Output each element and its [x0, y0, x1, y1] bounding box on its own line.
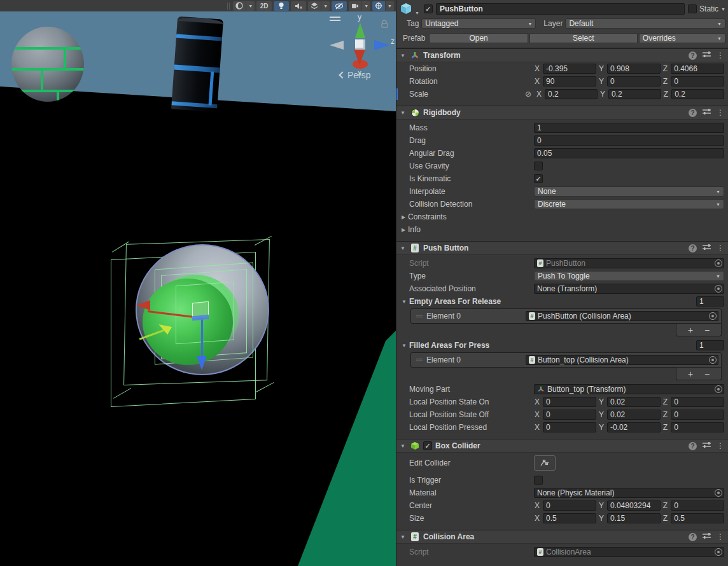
layer-dropdown[interactable]: Default▼ — [565, 18, 725, 29]
shading-sphere-icon[interactable] — [233, 1, 246, 11]
empty-areas-element-row[interactable]: Element 0 # PushButton (Collision Area) — [410, 308, 722, 324]
type-dropdown[interactable]: Push To Toggle▼ — [534, 271, 724, 281]
lp-pressed-x-field[interactable]: 0 — [543, 422, 596, 432]
move-x-arrow[interactable] — [136, 300, 150, 310]
prefab-overrides-dropdown[interactable]: Overrides▼ — [639, 33, 725, 43]
is-kinematic-checkbox[interactable]: ✓ — [534, 174, 543, 183]
chevron-down-icon[interactable]: ▼ — [321, 1, 330, 11]
effects-button[interactable]: ▼ — [308, 1, 330, 11]
help-icon[interactable]: ? — [689, 52, 697, 60]
edit-collider-button[interactable] — [534, 455, 556, 471]
rigidbody-header[interactable]: ▼ Rigidbody ? ⋮ — [396, 106, 728, 120]
object-picker-icon[interactable] — [715, 489, 722, 497]
prefab-select-button[interactable]: Select — [529, 33, 638, 43]
filled-areas-element-row[interactable]: Element 0 # Button_top (Collision Area) — [410, 352, 722, 368]
presets-icon[interactable] — [703, 244, 711, 252]
scale-link-icon[interactable]: ⊘ — [525, 90, 534, 99]
presets-icon[interactable] — [703, 441, 711, 450]
lp-pressed-y-field[interactable]: -0.02 — [607, 422, 661, 432]
foldout-icon[interactable]: ▶ — [402, 214, 408, 220]
angular-drag-field[interactable]: 0.05 — [534, 148, 724, 158]
collision-detection-dropdown[interactable]: Discrete▼ — [534, 199, 724, 209]
more-options-icon[interactable]: ⋮ — [717, 244, 724, 252]
chevron-down-icon[interactable]: ▼ — [386, 1, 394, 11]
foldout-icon[interactable]: ▼ — [402, 299, 409, 305]
use-gravity-checkbox[interactable] — [534, 162, 543, 170]
scale-y-field[interactable]: 0.2 — [608, 89, 661, 99]
drag-handle-icon[interactable] — [416, 314, 423, 319]
gizmo-x-cone[interactable] — [354, 50, 365, 65]
gizmo-back-cone[interactable] — [330, 41, 344, 50]
center-x-field[interactable]: 0 — [543, 500, 596, 511]
foldout-icon[interactable]: ▼ — [402, 343, 409, 349]
help-icon[interactable]: ? — [689, 109, 697, 117]
foldout-icon[interactable]: ▼ — [400, 110, 407, 116]
lps-on-y-field[interactable]: 0.02 — [607, 397, 661, 407]
help-icon[interactable]: ? — [689, 442, 697, 450]
move-z-axis[interactable] — [201, 318, 203, 357]
lps-off-y-field[interactable]: 0.02 — [607, 410, 661, 420]
scale-z-field[interactable]: 0.2 — [671, 89, 724, 99]
more-options-icon[interactable]: ⋮ — [717, 441, 724, 450]
chevron-down-icon[interactable]: ▼ — [362, 1, 370, 11]
size-z-field[interactable]: 0.5 — [671, 513, 724, 523]
empty-areas-label[interactable]: Empty Areas For Release — [409, 297, 696, 306]
object-picker-icon[interactable] — [715, 548, 722, 556]
rotation-y-field[interactable]: 0 — [607, 76, 661, 86]
foldout-icon[interactable]: ▼ — [400, 245, 407, 251]
presets-icon[interactable] — [703, 532, 711, 541]
filled-areas-label[interactable]: Filled Areas For Press — [409, 341, 696, 350]
more-options-icon[interactable]: ⋮ — [717, 532, 724, 541]
presets-icon[interactable] — [703, 51, 711, 60]
material-field[interactable]: None (Physic Material) — [534, 488, 724, 498]
size-x-field[interactable]: 0.5 — [543, 513, 596, 523]
drag-handle-icon[interactable] — [416, 357, 423, 362]
position-z-field[interactable]: 0.4066 — [671, 64, 724, 74]
gizmo-menu-icon[interactable] — [330, 17, 340, 23]
scale-x-field[interactable]: 0.2 — [545, 89, 598, 99]
filled-element-field[interactable]: # Button_top (Collision Area) — [526, 355, 718, 365]
constraints-foldout[interactable]: Constraints — [408, 212, 533, 221]
associated-position-field[interactable]: None (Transform) — [534, 284, 724, 294]
rotation-x-field[interactable]: 90 — [543, 76, 596, 86]
gameobject-name-field[interactable]: PushButton — [436, 3, 685, 15]
center-z-field[interactable]: 0 — [671, 500, 724, 511]
scene-cylinder-object[interactable] — [171, 17, 223, 113]
gizmo-center-cube[interactable] — [355, 39, 365, 50]
2d-toggle-button[interactable]: 2D — [256, 1, 272, 11]
tag-dropdown[interactable]: Untagged▼ — [421, 18, 536, 29]
script-field[interactable]: # PushButton — [534, 258, 724, 268]
effects-icon[interactable] — [308, 1, 321, 11]
add-element-button[interactable]: + — [688, 326, 693, 335]
more-options-icon[interactable]: ⋮ — [717, 51, 724, 60]
active-checkbox[interactable]: ✓ — [424, 4, 433, 13]
position-y-field[interactable]: 0.908 — [607, 64, 661, 74]
scene-sphere-object[interactable] — [11, 27, 84, 102]
object-picker-icon[interactable] — [709, 312, 717, 320]
collision-area-header[interactable]: ▼ # Collision Area ? ⋮ — [396, 530, 728, 544]
lock-icon[interactable] — [381, 20, 388, 30]
move-z-arrow[interactable] — [197, 356, 207, 370]
object-picker-icon[interactable] — [715, 385, 722, 393]
chevron-down-icon[interactable]: ▼ — [415, 11, 419, 15]
scene-view[interactable]: y z x Persp — [0, 0, 396, 566]
camera-settings-button[interactable]: ▼ — [349, 1, 370, 11]
script-field[interactable]: # CollisionArea — [534, 547, 724, 557]
gizmos-globe-icon[interactable] — [372, 1, 385, 11]
object-picker-icon[interactable] — [709, 356, 717, 364]
info-foldout[interactable]: Info — [408, 225, 533, 234]
static-checkbox[interactable] — [688, 4, 697, 13]
transform-header[interactable]: ▼ Transform ? ⋮ — [396, 48, 728, 62]
add-element-button[interactable]: + — [688, 369, 693, 378]
size-y-field[interactable]: 0.15 — [607, 513, 661, 523]
remove-element-button[interactable]: − — [704, 369, 710, 378]
lps-on-z-field[interactable]: 0 — [671, 397, 724, 407]
visibility-toggle-button[interactable] — [332, 1, 347, 11]
rotation-z-field[interactable]: 0 — [671, 76, 724, 86]
remove-element-button[interactable]: − — [704, 326, 710, 335]
gizmos-button[interactable]: ▼ — [372, 1, 394, 11]
lps-off-x-field[interactable]: 0 — [543, 410, 596, 420]
lp-pressed-z-field[interactable]: 0 — [671, 422, 724, 432]
lps-on-x-field[interactable]: 0 — [543, 397, 596, 407]
foldout-icon[interactable]: ▼ — [400, 443, 407, 449]
